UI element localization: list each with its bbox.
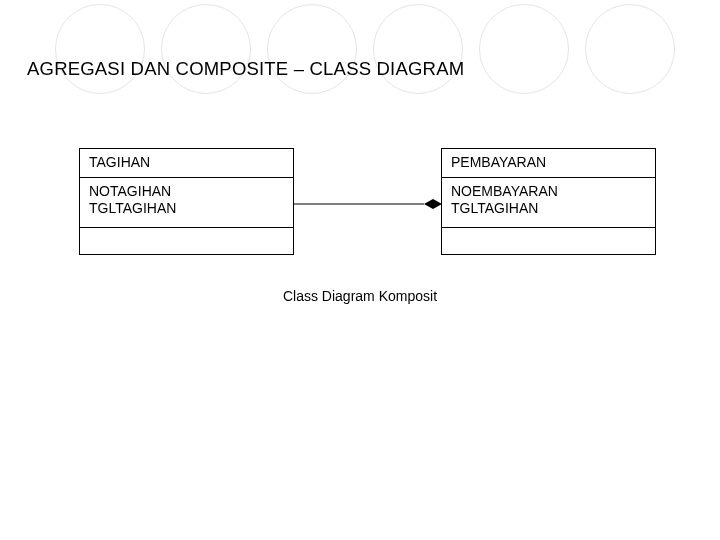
attribute: TGLTAGIHAN xyxy=(89,200,284,218)
attribute: TGLTAGIHAN xyxy=(451,200,646,218)
diamond-icon xyxy=(424,199,442,209)
circle-decoration xyxy=(55,4,145,94)
uml-class-tagihan: TAGIHAN NOTAGIHAN TGLTAGIHAN xyxy=(79,148,294,255)
circle-decoration xyxy=(479,4,569,94)
attribute: NOEMBAYARAN xyxy=(451,183,646,201)
circle-decoration xyxy=(585,4,675,94)
class-attributes: NOTAGIHAN TGLTAGIHAN xyxy=(80,178,293,228)
diagram-caption: Class Diagram Komposit xyxy=(0,288,720,304)
attribute: NOTAGIHAN xyxy=(89,183,284,201)
class-name: TAGIHAN xyxy=(80,149,293,178)
class-attributes: NOEMBAYARAN TGLTAGIHAN xyxy=(442,178,655,228)
decorative-circles xyxy=(0,4,720,94)
circle-decoration xyxy=(373,4,463,94)
uml-class-pembayaran: PEMBAYARAN NOEMBAYARAN TGLTAGIHAN xyxy=(441,148,656,255)
class-name: PEMBAYARAN xyxy=(442,149,655,178)
class-operations xyxy=(442,228,655,254)
page-title: AGREGASI DAN COMPOSITE – CLASS DIAGRAM xyxy=(27,58,464,80)
class-operations xyxy=(80,228,293,254)
circle-decoration xyxy=(161,4,251,94)
circle-decoration xyxy=(267,4,357,94)
composition-connector xyxy=(294,195,442,213)
